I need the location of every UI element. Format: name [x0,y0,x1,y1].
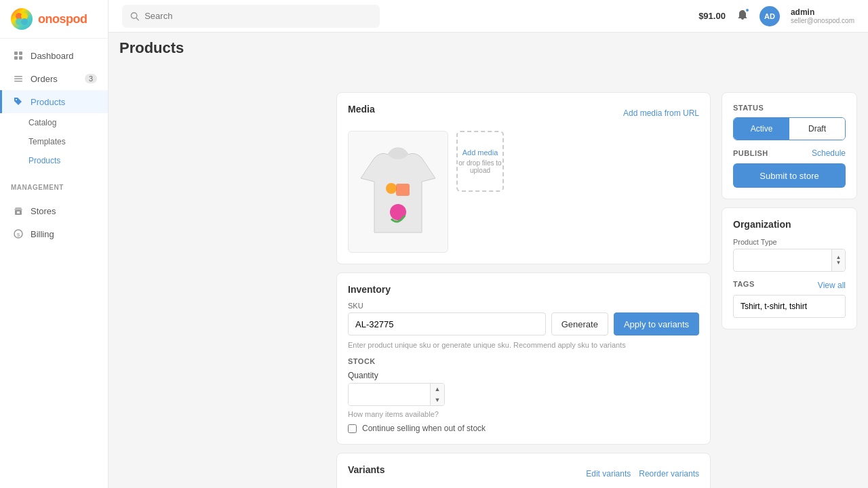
apply-to-variants-button[interactable]: Apply to variants [614,312,699,336]
svg-rect-6 [14,56,18,60]
search-input[interactable] [144,11,372,21]
sidebar-item-dashboard-label: Dashboard [31,51,74,61]
svg-point-11 [16,99,17,100]
quantity-input[interactable] [349,384,430,405]
status-section: STATUS Active Draft [733,104,846,140]
view-all-link[interactable]: View all [818,281,846,290]
top-header: $91.00 AD admin seller@onospod.com [108,0,868,33]
sku-row: Generate Apply to variants [348,312,699,336]
svg-rect-7 [19,56,22,60]
search-icon [130,12,139,21]
sidebar-item-stores-label: Stores [31,206,56,216]
tag-icon [13,96,24,107]
add-media-url-link[interactable]: Add media from URL [623,108,699,118]
sidebar-item-dashboard[interactable]: Dashboard [0,44,108,67]
tags-input[interactable] [733,295,846,318]
generate-button[interactable]: Generate [551,312,608,336]
status-active-button[interactable]: Active [734,118,789,140]
schedule-link[interactable]: Schedule [812,148,846,158]
sidebar-item-orders-label: Orders [31,74,58,84]
status-draft-button[interactable]: Draft [789,118,845,140]
svg-rect-8 [14,76,22,77]
orders-badge: 3 [85,74,97,83]
sidebar-item-stores[interactable]: Stores [0,199,108,222]
quantity-increment[interactable]: ▲ [431,384,444,394]
select-arrows: ▲ ▼ [831,249,845,271]
content-right: STATUS Active Draft PUBLISH Schedule Sub… [722,92,857,477]
store-icon [13,205,24,216]
tshirt-preview [354,138,442,246]
content-left: Media Add media from URL [336,92,711,477]
svg-point-17 [386,183,397,194]
management-label: MANAGEMENT [0,176,108,194]
product-type-field: ▲ ▼ [733,249,846,272]
variants-title: Variants [348,464,384,475]
organization-card: Organization Product Type ▲ ▼ TAGS View … [722,207,857,329]
sidebar-item-billing[interactable]: $ Billing [0,222,108,245]
products-submenu: Catalog Templates Products [0,113,108,170]
user-info: admin seller@onospod.com [791,7,854,24]
inventory-title: Inventory [348,284,391,295]
sidebar: onospod Dashboard Or [0,0,108,488]
quantity-input-wrap: ▲ ▼ [348,383,445,406]
media-thumbnail [348,131,448,253]
quantity-decrement[interactable]: ▼ [431,394,444,405]
continue-selling-label[interactable]: Continue selling when out of stock [362,424,486,433]
status-card: STATUS Active Draft PUBLISH Schedule Sub… [722,92,857,199]
continue-selling-row: Continue selling when out of stock [348,424,699,433]
edit-variants-link[interactable]: Edit variants [586,469,631,479]
reorder-variants-link[interactable]: Reorder variants [639,469,699,479]
upload-label: Add media [462,148,498,157]
svg-rect-4 [14,52,18,55]
notification-dot [745,7,750,13]
svg-point-3 [21,18,28,25]
list-icon [13,73,24,84]
product-type-select[interactable] [734,249,831,271]
user-email: seller@onospod.com [791,17,854,24]
inventory-card: Inventory SKU Generate Apply to variants… [336,272,711,445]
nav-section: Dashboard Orders 3 Products [0,39,108,176]
upload-dropzone[interactable]: Add media or drop files to upload [456,131,504,192]
balance-display: $91.00 [698,11,726,21]
sidebar-item-billing-label: Billing [31,229,54,239]
sidebar-item-products-sub[interactable]: Products [28,151,108,170]
notifications-bell[interactable] [736,9,749,23]
svg-rect-10 [14,81,22,82]
tags-label: TAGS [733,280,755,288]
publish-label: PUBLISH [733,149,768,157]
media-header: Media Add media from URL [348,104,699,123]
quantity-label: Quantity [348,371,699,380]
publish-section: PUBLISH Schedule Submit to store [733,148,846,188]
status-title: STATUS [733,104,846,112]
header-right: $91.00 AD admin seller@onospod.com [698,6,854,26]
sidebar-item-products-label: Products [31,97,65,107]
media-grid: Add media or drop files to upload [348,131,699,253]
sku-input[interactable] [348,312,546,336]
user-name: admin [791,7,854,17]
sidebar-item-templates[interactable]: Templates [28,132,108,151]
quantity-row: ▲ ▼ [348,383,699,406]
search-bar[interactable] [122,5,380,28]
media-card: Media Add media from URL [336,92,711,264]
variants-header: Variants Edit variants Reorder variants [348,464,699,483]
sku-label: SKU [348,302,699,310]
grid-icon [13,50,24,61]
arrow-down: ▼ [836,260,842,266]
quantity-spinners: ▲ ▼ [430,384,444,405]
variants-card: Variants Edit variants Reorder variants … [336,453,711,488]
svg-rect-13 [17,211,20,214]
logo-area: onospod [0,0,108,39]
logo-text: onospod [38,12,87,26]
continue-selling-checkbox[interactable] [348,424,357,433]
logo-icon [11,8,33,30]
sidebar-item-catalog[interactable]: Catalog [28,113,108,132]
product-type-label: Product Type [733,238,846,246]
sidebar-item-products[interactable]: Products [0,90,108,113]
how-many-hint: How many items available? [348,410,699,418]
sidebar-item-orders[interactable]: Orders 3 [0,67,108,90]
stock-label: STOCK [348,357,699,365]
submit-to-store-button[interactable]: Submit to store [733,163,846,188]
media-title: Media [348,104,375,115]
variants-links: Edit variants Reorder variants [586,469,699,479]
svg-rect-5 [19,52,22,55]
